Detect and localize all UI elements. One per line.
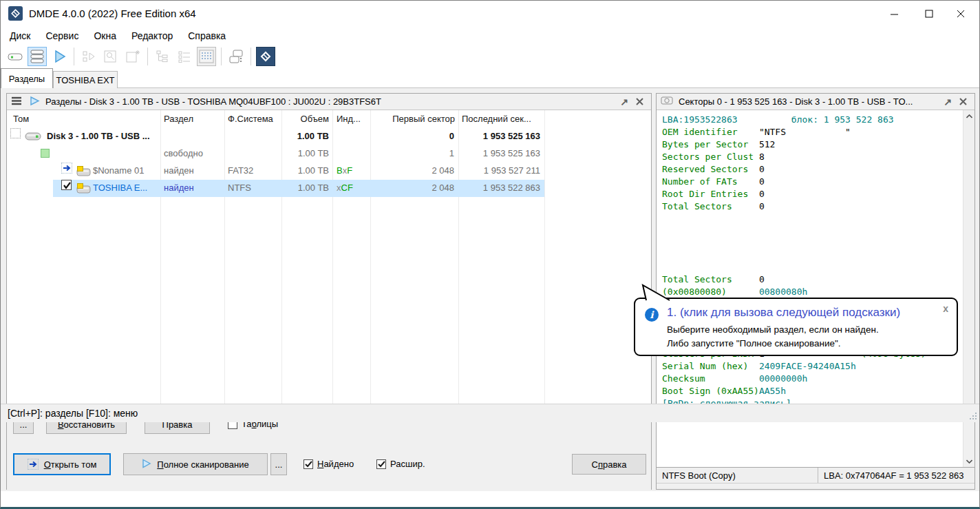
column-header[interactable]: Раздел: [164, 114, 193, 124]
full-scan-button[interactable]: Полное сканирование: [123, 453, 268, 475]
cell-fs: NTFS: [228, 183, 251, 193]
column-header[interactable]: Первый сектор: [370, 114, 455, 124]
volumes-icon[interactable]: [28, 47, 47, 66]
disk-icon: [25, 132, 41, 143]
status-bar: [Ctrl+P]: разделы [F10]: меню: [1, 404, 979, 422]
tab-toshiba-ext[interactable]: TOSHIBA EXT: [53, 71, 118, 88]
green-square-icon: [41, 149, 50, 160]
column-header[interactable]: Последний сек...: [462, 114, 531, 124]
info-icon: i: [645, 308, 659, 322]
cascade-windows-icon[interactable]: [226, 47, 246, 66]
column-header[interactable]: Объем: [281, 114, 329, 124]
cell-last: 1 953 527 211: [458, 165, 540, 176]
open-volume-icon[interactable]: [50, 47, 69, 66]
partition-icon: [76, 183, 91, 196]
toolbar-separator: [221, 48, 222, 65]
table-row[interactable]: $Noname 01найденFAT321.00 TBBxF2 0481 95…: [7, 163, 651, 180]
close-button[interactable]: [945, 1, 977, 27]
cell-size: 1.00 TB: [281, 148, 329, 158]
hint-close-icon[interactable]: x: [943, 303, 948, 314]
panel-maximize-icon[interactable]: ↗: [940, 95, 955, 109]
hex-line: Checksum 00000000h: [662, 373, 961, 385]
cell-first: 0: [370, 131, 454, 141]
hex-line: Bytes per Sector 512: [662, 138, 961, 151]
sector-status-bar: NTFS Boot (Copy) LBA: 0x747064AF = 1 953…: [657, 467, 974, 484]
disk-icon[interactable]: [6, 47, 25, 66]
grid-view-icon[interactable]: [197, 47, 216, 66]
partitions-table: ТомРазделФ.СистемаОбъемИнд...Первый сект…: [7, 110, 651, 409]
sectors-panel-titlebar: Секторы 0 - 1 953 525 163 - Disk 3 - 1.0…: [657, 94, 974, 110]
menu-item-4[interactable]: Справка: [180, 28, 233, 44]
sectors-panel-title: Секторы 0 - 1 953 525 163 - Disk 3 - 1.0…: [679, 96, 940, 107]
help-button[interactable]: Справка: [572, 454, 646, 475]
resize-grip[interactable]: [969, 412, 977, 420]
tree-view-icon: [153, 47, 172, 66]
dmde-logo-icon[interactable]: [256, 47, 275, 66]
hint-line-2: Либо запустите "Полное сканирование".: [667, 338, 841, 349]
scan-volumes-icon: [79, 47, 98, 66]
column-header[interactable]: Инд...: [337, 114, 361, 124]
hex-line: Boot Sign (0xAA55)AA55h: [662, 385, 961, 397]
cell-size: 1.00 TB: [281, 131, 329, 141]
menu-bar: ДискСервисОкнаРедакторСправка: [1, 27, 979, 45]
hint-line-1: Выберите необходимый раздел, если он най…: [667, 324, 879, 335]
hex-line: Total Sectors 0: [662, 273, 961, 286]
toolbar: [1, 45, 979, 68]
cell-fs: FAT32: [228, 165, 253, 176]
tab-razdely[interactable]: Разделы: [1, 68, 53, 88]
hex-line: Reserved Sectors 0: [662, 163, 961, 176]
cell-razdel: свободно: [164, 148, 203, 158]
extended-checkbox[interactable]: Расшир.: [376, 459, 425, 469]
row-checkbox[interactable]: [10, 128, 21, 138]
dmde-window: DMDE 4.0.0 (2022) Free Edition x64 ДискС…: [0, 0, 980, 509]
found-checkbox[interactable]: Найдено: [303, 459, 354, 469]
table-header: ТомРазделФ.СистемаОбъемИнд...Первый сект…: [7, 110, 651, 128]
row-arrow-icon[interactable]: [61, 163, 72, 174]
toolbar-separator: [147, 48, 148, 65]
search-icon: [101, 47, 120, 66]
cell-first: 1: [370, 148, 454, 158]
column-header[interactable]: Ф.Система: [228, 114, 273, 124]
toolbar-separator: [251, 48, 251, 65]
table-row[interactable]: свободно1.00 TB11 953 525 163: [7, 145, 651, 163]
toolbar-separator: [74, 48, 74, 65]
scan-options-button[interactable]: ...: [270, 453, 287, 475]
menu-item-1[interactable]: Сервис: [38, 28, 86, 44]
cell-razdel: найден: [164, 165, 194, 176]
partitions-panel-titlebar: Разделы - Disk 3 - 1.00 TB - USB - TOSHI…: [7, 94, 651, 110]
menu-item-3[interactable]: Редактор: [124, 28, 180, 44]
minimize-button[interactable]: [879, 1, 910, 27]
panel-close-icon[interactable]: [955, 95, 970, 109]
cell-size: 1.00 TB: [281, 165, 329, 176]
scroll-down-icon[interactable]: [963, 455, 975, 467]
hint-bubble[interactable]: i 1. (клик для вызова следующей подсказк…: [634, 298, 958, 356]
hamburger-menu-icon[interactable]: [11, 96, 22, 107]
table-row[interactable]: Disk 3 - 1.00 TB - USB ...1.00 TB01 953 …: [7, 128, 651, 145]
open-volume-icon[interactable]: [29, 96, 40, 108]
panel-maximize-icon[interactable]: ↗: [617, 95, 632, 109]
scan-play-icon: [142, 459, 151, 470]
hex-lines: LBA:1953522863 блок: 1 953 522 863OEM id…: [662, 114, 961, 410]
partitions-panel-title: Разделы - Disk 3 - 1.00 TB - USB - TOSHI…: [45, 96, 617, 107]
cell-name: $Noname 01: [93, 165, 144, 176]
panel-close-icon[interactable]: [632, 95, 647, 109]
open-volume-button[interactable]: Открыть том: [13, 453, 111, 475]
tab-bar: Разделы TOSHIBA EXT: [1, 68, 979, 88]
title-bar: DMDE 4.0.0 (2022) Free Edition x64: [1, 1, 979, 27]
row-checkbox[interactable]: [61, 180, 72, 190]
cell-last: 1 953 522 863: [458, 183, 540, 193]
scroll-up-icon[interactable]: [963, 110, 975, 122]
column-header[interactable]: Том: [13, 114, 29, 124]
cell-ind: xCF: [337, 183, 353, 193]
maximize-button[interactable]: [913, 1, 945, 27]
partition-icon: [76, 166, 91, 178]
table-row[interactable]: TOSHIBA E...найденNTFS1.00 TBxCF2 0481 9…: [7, 180, 651, 197]
cell-size: 1.00 TB: [281, 183, 329, 193]
menu-item-2[interactable]: Окна: [86, 28, 124, 44]
cell-name: TOSHIBA E...: [93, 183, 147, 193]
hint-title[interactable]: 1. (клик для вызова следующей подсказки): [667, 306, 900, 320]
menu-item-0[interactable]: Диск: [2, 28, 38, 44]
partitions-panel: Разделы - Disk 3 - 1.00 TB - USB - TOSHI…: [6, 93, 652, 490]
open-volume-arrow-icon: [28, 459, 39, 470]
hex-line: LBA:1953522863 блок: 1 953 522 863: [662, 114, 961, 126]
